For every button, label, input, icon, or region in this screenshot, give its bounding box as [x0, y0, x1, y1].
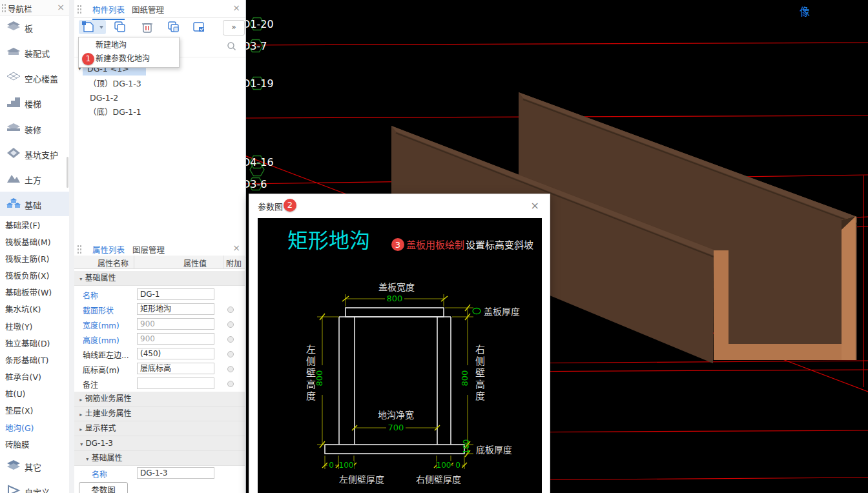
- width-input[interactable]: 900: [137, 318, 214, 330]
- grid-label: D1-20: [245, 18, 274, 30]
- sidebar-item-raft-main-rebar[interactable]: 筏板主筋(R): [5, 251, 67, 267]
- sidebar-item-pit-support[interactable]: 基坑支护: [0, 141, 69, 166]
- sidebar-item-brick-mold[interactable]: 砖胎膜: [5, 437, 67, 453]
- attach-radio[interactable]: [227, 321, 234, 328]
- tab-component-list[interactable]: 构件列表: [92, 3, 125, 15]
- dim-right-zero: 0: [455, 461, 460, 470]
- decoration-icon: [6, 121, 21, 134]
- sidebar-item-raft[interactable]: 筏板基础(M): [5, 234, 67, 250]
- tab-property-list[interactable]: 属性列表: [92, 243, 125, 256]
- group-dg1-3-foundation[interactable]: ▾基础属性: [74, 451, 245, 466]
- section-shape-input[interactable]: 矩形地沟: [137, 303, 214, 315]
- sidebar-item-sump[interactable]: 集水坑(K): [5, 301, 67, 317]
- callout-badge-1: 1: [82, 53, 94, 65]
- tree-item-dg1-2[interactable]: DG-1-2: [74, 91, 245, 105]
- col-property-name: 属性名称: [98, 257, 129, 268]
- tree-item-dg1-1[interactable]: （底）DG-1-1: [74, 105, 245, 119]
- bottom-elevation-input[interactable]: 层底标高: [137, 363, 214, 374]
- group-civil-props[interactable]: ▸土建业务属性: [74, 407, 245, 421]
- trash-icon: [138, 20, 156, 34]
- foundation-cubes-icon: [6, 197, 21, 211]
- label-left-thickness: 左侧壁厚度: [339, 474, 384, 485]
- dimension-ticks: [320, 296, 470, 468]
- sidebar-item-strip-foundation[interactable]: 条形基础(T): [5, 352, 67, 368]
- grid-label: D4-16: [245, 156, 274, 168]
- sidebar-item-trench[interactable]: 地沟(G): [5, 420, 67, 436]
- sidebar-item-foundation-beam[interactable]: 基础梁(F): [5, 217, 67, 234]
- sidebar-item-raft-neg-rebar[interactable]: 筏板负筋(X): [5, 268, 67, 284]
- group-display-style[interactable]: ▸显示样式: [74, 421, 245, 436]
- tree-item-dg1-3[interactable]: （顶）DG-1-3: [74, 77, 245, 90]
- sidebar-scrollbar[interactable]: [67, 157, 68, 188]
- waffle-slab-icon: [6, 70, 21, 83]
- close-icon[interactable]: ×: [57, 3, 65, 12]
- group-foundation-props[interactable]: ▾基础属性: [74, 271, 245, 286]
- sidebar-item-cushion[interactable]: 垫层(X): [5, 403, 67, 419]
- save-selection-button[interactable]: [190, 20, 208, 34]
- drag-handle-icon[interactable]: [1, 3, 6, 12]
- sidebar-item-prefab[interactable]: 装配式: [0, 40, 69, 65]
- sidebar-item-decoration[interactable]: 装修: [0, 116, 69, 141]
- new-component-menu: 新建地沟 新建参数化地沟: [78, 37, 180, 68]
- sidebar-item-hollow-floor[interactable]: 空心楼盖: [0, 65, 69, 90]
- sidebar-item-slab[interactable]: 板: [0, 15, 69, 39]
- viewport-corner-text: 像: [800, 3, 810, 19]
- sidebar-item-earthwork[interactable]: 土方: [0, 166, 69, 191]
- trench-section-drawing: 矩形地沟 3 盖板用板绘制 设置标高变斜坡: [258, 218, 542, 493]
- dim-right-wall-height: 800: [460, 370, 470, 387]
- dim-left-wall-height: 800: [315, 370, 324, 387]
- layers-icon: [6, 459, 21, 472]
- prop-row-width: 宽度(mm) 900: [74, 317, 245, 332]
- new-component-button[interactable]: [79, 20, 106, 34]
- dim-left-zero: 0: [329, 461, 334, 470]
- sub-name-input[interactable]: DG-1-3: [137, 467, 214, 479]
- tab-layer-management[interactable]: 图层管理: [132, 243, 165, 256]
- label-net-width: 地沟净宽: [378, 410, 414, 420]
- sidebar-item-other[interactable]: 其它: [0, 454, 69, 478]
- svg-text:3: 3: [395, 240, 400, 250]
- search-icon: [227, 41, 236, 51]
- panel-gap: [69, 0, 74, 493]
- cover-thickness-marker: [473, 308, 480, 314]
- menu-item-new-trench[interactable]: 新建地沟: [79, 38, 179, 52]
- attach-radio[interactable]: [227, 351, 234, 357]
- label-right-thickness: 右侧壁厚度: [416, 474, 461, 485]
- attach-radio[interactable]: [227, 366, 234, 372]
- more-tools-button[interactable]: »: [223, 20, 245, 35]
- copy-button[interactable]: [111, 20, 129, 34]
- close-icon[interactable]: ×: [232, 3, 240, 12]
- name-input[interactable]: DG-1: [137, 288, 214, 300]
- sidebar-item-custom[interactable]: 自定义: [0, 479, 69, 493]
- label-left-wall-height: 左侧壁高度: [304, 345, 316, 403]
- drag-handle-icon[interactable]: [77, 5, 82, 14]
- sidebar-item-isolated-foundation[interactable]: 独立基础(D): [5, 336, 67, 352]
- sidebar-item-slab-band[interactable]: 基础板带(W): [5, 285, 67, 301]
- parameter-diagram-button[interactable]: 参数图: [79, 482, 128, 493]
- group-rebar-props[interactable]: ▸钢筋业务属性: [74, 392, 245, 407]
- dimension-lines: [317, 294, 473, 469]
- sidebar-item-pier[interactable]: 柱墩(Y): [5, 319, 67, 335]
- dim-cover-width: 800: [387, 294, 403, 303]
- close-icon[interactable]: ×: [531, 199, 539, 212]
- tab-drawing-management[interactable]: 图纸管理: [132, 3, 164, 15]
- attach-radio[interactable]: [227, 381, 234, 387]
- sidebar-item-stairs[interactable]: 楼梯: [0, 90, 69, 115]
- attach-radio[interactable]: [227, 307, 234, 313]
- close-icon[interactable]: ×: [232, 243, 240, 252]
- attach-radio[interactable]: [227, 336, 234, 343]
- copy-between-layers-button[interactable]: [165, 20, 183, 34]
- layer-copy-icon: [165, 20, 183, 34]
- sidebar-header: 导航栏 ×: [0, 0, 69, 15]
- sidebar-item-pile[interactable]: 桩(U): [5, 386, 67, 402]
- height-input[interactable]: 900: [137, 333, 214, 345]
- parameter-drawing-canvas: 矩形地沟 3 盖板用板绘制 设置标高变斜坡: [258, 218, 542, 493]
- delete-button[interactable]: [138, 20, 156, 34]
- dialog-title: 参数图: [258, 200, 283, 212]
- drag-handle-icon[interactable]: [77, 245, 82, 254]
- sidebar-item-pile-cap[interactable]: 桩承台(V): [5, 369, 67, 385]
- remark-input[interactable]: [137, 377, 214, 389]
- sidebar-item-foundation[interactable]: 基础: [0, 192, 69, 216]
- dim-left-thickness: 100: [339, 461, 354, 470]
- axis-offset-input[interactable]: (450): [137, 348, 214, 359]
- group-dg1-3[interactable]: ▾DG-1-3: [74, 436, 245, 451]
